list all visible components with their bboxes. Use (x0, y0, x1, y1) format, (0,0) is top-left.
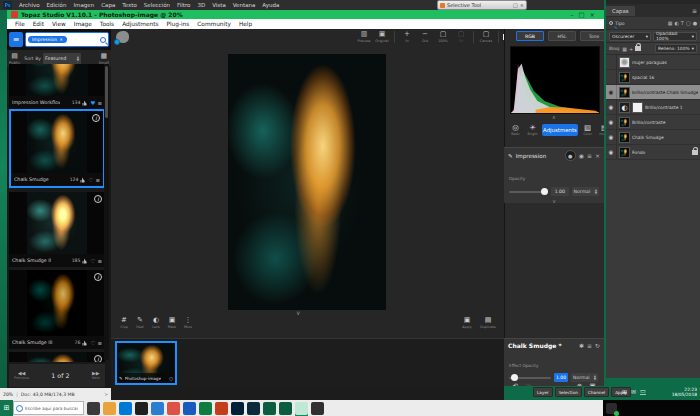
zoom-out-button[interactable]: −Out (417, 31, 433, 43)
filter-type-label[interactable]: Tipo (615, 21, 625, 26)
effect-blend-dropdown[interactable]: Normal ▲▼ (571, 373, 598, 382)
bright-tool[interactable]: ☀Bright (525, 124, 540, 136)
tab-hsl[interactable]: HSL (548, 31, 576, 41)
zoom-in-button[interactable]: +In (399, 31, 415, 43)
taskbar-icon-powerpoint[interactable] (215, 402, 228, 415)
visibility-toggle[interactable] (606, 70, 617, 84)
ps-menu-texto[interactable]: Texto (122, 2, 137, 8)
canvas-button[interactable]: ▢Canvas (478, 31, 494, 43)
card-menu-icon[interactable]: ≡ (95, 177, 100, 183)
status-arrow[interactable]: > (104, 392, 108, 397)
topaz-menu-tools[interactable]: Tools (100, 21, 114, 27)
tray-start-icon[interactable]: ⊞ (622, 388, 627, 395)
layer-opacity-select[interactable]: Opacidad: 100%▾ (653, 32, 697, 41)
topaz-titlebar[interactable]: Topaz Studio V1.10.1 - Photoshop-image @… (7, 10, 604, 19)
layer-thumbnail[interactable] (619, 117, 630, 128)
layer-row-brillo-contraste-chalk-smudge-ii[interactable]: ◉ brillo/contraste Chalk Smudge II (606, 85, 700, 100)
lock-all-icon[interactable] (635, 46, 641, 51)
topaz-menu-plugins[interactable]: Plug-ins (166, 21, 189, 27)
ps-menu-vista[interactable]: Vista (212, 2, 226, 8)
status-zoom[interactable]: 20% (3, 392, 13, 397)
filmstrip-thumbnail-selected[interactable]: ✎ Photoshop-image ○ (115, 341, 177, 385)
selection-button[interactable]: Selection (555, 387, 582, 397)
taskbar-icon-topaz-active[interactable] (295, 402, 308, 415)
filter-icons[interactable]: ▦ ◐ T ▢ ● (668, 20, 697, 26)
filter-pixel-icon[interactable]: ▦ (668, 20, 673, 26)
topaz-menu-view[interactable]: View (52, 21, 66, 27)
preset-card-partial[interactable]: i (9, 352, 105, 362)
effect-opacity-value[interactable]: 1.00 (554, 373, 568, 382)
tab-capas[interactable]: Capas (606, 6, 635, 16)
original-button[interactable]: ▣Original (374, 31, 390, 43)
search-filter-chip[interactable]: Impression× (28, 36, 67, 43)
taskbar-icon-store[interactable] (135, 402, 148, 415)
effect-menu-icon[interactable]: ≡ (587, 343, 592, 349)
ps-menu-filtro[interactable]: Filtro (177, 2, 190, 8)
preset-card-chalk-smudge-ii[interactable]: i Chalk Smudge II 185 ♡ ≡ (9, 192, 105, 267)
preset-likes[interactable]: 76 ♡ ≡ (75, 340, 102, 346)
fill-select[interactable]: Relleno: 100%▾ (655, 44, 697, 53)
filter-smart-icon[interactable]: ● (693, 20, 697, 26)
visibility-toggle[interactable]: ◉ (606, 85, 617, 99)
ps-menu-imagen[interactable]: Imagen (73, 2, 94, 8)
ps-menu-edicion[interactable]: Edición (47, 2, 67, 8)
search-icon[interactable] (100, 37, 106, 43)
info-icon[interactable]: i (92, 114, 100, 122)
crop-tool[interactable]: #Crop (117, 317, 131, 329)
visibility-toggle[interactable]: ◉ (606, 130, 617, 144)
selective-tool-maximize-icon[interactable]: □ (513, 2, 518, 8)
info-icon[interactable]: i (94, 355, 102, 362)
layer-row-chalk-smudge[interactable]: ◉ Chalk Smudge (606, 130, 700, 145)
basic-tool[interactable]: ◎Basic (508, 124, 523, 136)
history-icon[interactable]: ○ (169, 376, 173, 381)
filter-shape-icon[interactable]: ▢ (686, 20, 691, 26)
layer-thumbnail[interactable] (619, 147, 630, 158)
ps-menu-3d[interactable]: 3D (197, 2, 205, 8)
canvas-collapse-chevron[interactable]: ∨ (296, 309, 300, 316)
impression-expand-chevron[interactable]: ∨ (509, 198, 599, 204)
topaz-menu-community[interactable]: Community (197, 21, 231, 27)
delete-icon[interactable]: × (595, 153, 600, 159)
layer-thumbnail[interactable] (619, 57, 630, 68)
preset-card-chalk-smudge[interactable]: i Chalk Smudge 124 ♡ ≡ (9, 109, 105, 188)
layer-row-spacial-16[interactable]: spacial 16 (606, 70, 700, 85)
lens-tool[interactable]: ◐Lens (149, 317, 163, 329)
ps-menu-capa[interactable]: Capa (101, 2, 115, 8)
sidebar-menu-button[interactable]: ≡ (9, 32, 23, 47)
visibility-eye-icon[interactable]: ◉ (579, 153, 584, 159)
topaz-close-icon[interactable]: × (590, 11, 600, 19)
filter-text-icon[interactable]: T (681, 20, 684, 26)
taskbar-icon-photoshop[interactable] (231, 402, 244, 415)
ps-menu-ventana[interactable]: Ventana (233, 2, 256, 8)
taskbar-icon-app-dark[interactable] (87, 402, 100, 415)
panel-menu-icon[interactable]: ≡ (692, 7, 697, 14)
section-menu-icon[interactable]: ≡ (587, 153, 592, 159)
notification-app-icon[interactable] (606, 403, 617, 414)
selective-tool-window[interactable]: Selective Tool □ × (437, 0, 527, 10)
taskbar-icon-excel[interactable] (199, 402, 212, 415)
topaz-menu-adjustments[interactable]: Adjustments (122, 21, 158, 27)
heart-outline-icon[interactable]: ♡ (90, 258, 95, 264)
effect-opacity-slider[interactable] (509, 377, 551, 379)
ps-menu-seleccion[interactable]: Selección (144, 2, 170, 8)
info-icon[interactable]: i (94, 273, 102, 281)
taskbar-search[interactable]: Escribe aquí para buscar (13, 401, 84, 415)
card-menu-icon[interactable]: ≡ (97, 340, 102, 346)
ps-menu-archivo[interactable]: Archivo (19, 2, 40, 8)
duplicate-button[interactable]: ▤Duplicate (478, 317, 498, 329)
sidebar-scrollbar-thumb[interactable] (105, 66, 108, 118)
star-icon[interactable]: ✱ (579, 343, 584, 349)
thumbnail-size-toggle[interactable]: ▦ Small (98, 53, 109, 65)
taskbar-icon-chrome[interactable] (167, 402, 180, 415)
pagination-next[interactable]: ▶▶ Next (92, 371, 100, 381)
blend-mode-dropdown[interactable]: Normal ▲▼ (572, 187, 599, 196)
card-menu-icon[interactable]: ≡ (97, 100, 102, 106)
layer-thumbnail[interactable] (619, 72, 630, 83)
info-icon[interactable]: i (94, 195, 102, 203)
topaz-window-controls[interactable]: –□× (570, 11, 600, 19)
reset-icon[interactable]: ↻ (595, 343, 600, 349)
preset-likes[interactable]: 124 ♡ ≡ (70, 177, 100, 183)
public-toggle[interactable]: ▤ Public (9, 53, 20, 65)
taskbar-icon-edge-browser[interactable] (119, 402, 132, 415)
lock-transparency-icon[interactable]: ▦ (622, 46, 627, 52)
